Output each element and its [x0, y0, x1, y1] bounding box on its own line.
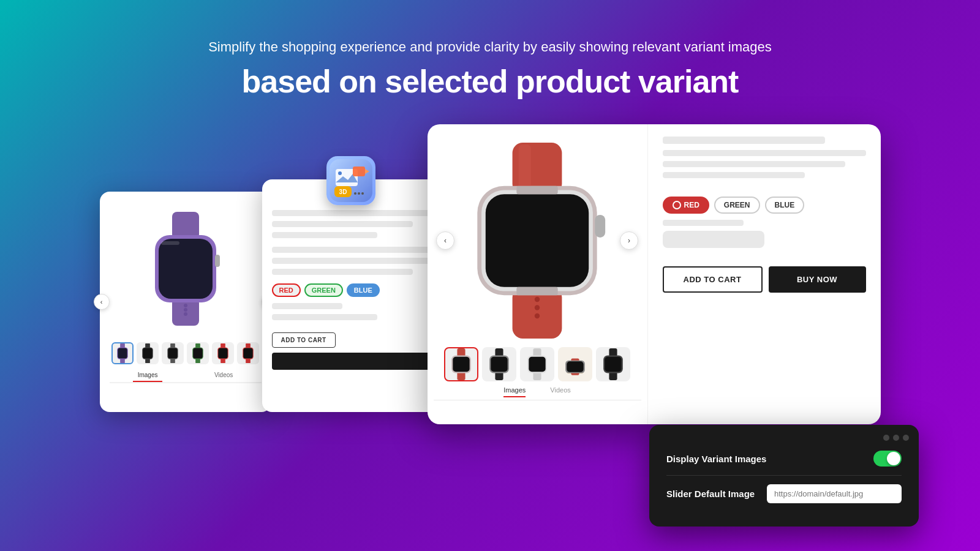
svg-point-52	[535, 305, 540, 310]
skeleton-2	[272, 221, 413, 227]
svg-rect-32	[243, 348, 252, 358]
color-opt-blue[interactable]: BLUE	[765, 197, 805, 214]
main-skeleton-price	[663, 231, 764, 248]
svg-text:3D: 3D	[339, 189, 347, 195]
thumb-2[interactable]	[137, 342, 159, 364]
svg-rect-5	[161, 241, 179, 245]
main-nav-left[interactable]: ‹	[436, 231, 454, 250]
skeleton-4	[272, 247, 448, 253]
svg-rect-59	[453, 357, 469, 372]
add-to-cart-button[interactable]: ADD TO CART	[663, 266, 763, 293]
display-variant-label: Display Variant Images	[666, 454, 766, 464]
red-color-dot	[673, 201, 681, 209]
svg-rect-24	[193, 348, 202, 358]
svg-rect-76	[605, 357, 621, 372]
svg-rect-55	[516, 186, 557, 194]
toggle-thumb	[887, 452, 900, 465]
header-title: based on selected product variant	[208, 63, 772, 100]
svg-rect-4	[215, 255, 220, 267]
svg-rect-16	[143, 348, 152, 358]
thumb-3[interactable]	[162, 342, 184, 364]
buy-now-button[interactable]: BUY NOW	[769, 266, 866, 293]
middle-action-placeholder	[272, 353, 448, 370]
header-subtitle: Simplify the shopping experience and pro…	[208, 37, 772, 57]
main-tab-row: Images Videos	[434, 386, 641, 400]
main-skeleton-5	[663, 220, 744, 226]
svg-rect-54	[516, 287, 557, 295]
color-opt-red[interactable]: RED	[663, 197, 709, 214]
green-label: GREEN	[724, 201, 750, 209]
add-to-cart-middle-button[interactable]: ADD TO CART	[272, 332, 336, 348]
skeleton-7	[272, 303, 342, 309]
svg-rect-20	[168, 348, 177, 358]
svg-rect-48	[486, 194, 589, 287]
main-skeleton-1	[663, 137, 826, 144]
main-card-right: RED GREEN BLUE ADD TO CART BUY NOW	[648, 124, 881, 424]
main-thumb-1[interactable]	[444, 347, 478, 381]
color-opt-green[interactable]: GREEN	[714, 197, 760, 214]
product-image-left	[110, 201, 262, 336]
svg-point-6	[184, 304, 187, 307]
badge-green-middle[interactable]: GREEN	[304, 283, 343, 297]
skeleton-1	[272, 210, 448, 216]
display-variant-row: Display Variant Images	[666, 442, 902, 476]
main-thumbnail-row	[444, 347, 630, 381]
badge-red-middle[interactable]: RED	[272, 283, 301, 297]
tab-images-left[interactable]: Images	[133, 369, 163, 382]
svg-rect-37	[353, 167, 365, 176]
main-nav-right[interactable]: ›	[620, 231, 638, 250]
cards-row: ‹ ›	[0, 124, 980, 437]
blue-label: BLUE	[775, 201, 795, 209]
main-skeleton-3	[663, 161, 846, 167]
thumb-4[interactable]	[187, 342, 209, 364]
svg-rect-63	[491, 357, 507, 372]
svg-rect-72	[567, 361, 583, 372]
main-skeleton-4	[663, 172, 805, 178]
main-thumb-5[interactable]	[596, 347, 630, 381]
slider-default-label: Slider Default Image	[666, 489, 755, 499]
left-product-card: ‹ ›	[100, 192, 271, 412]
middle-card-wrapper: 3D RED GREEN BLUE	[262, 179, 440, 412]
svg-rect-49	[595, 215, 605, 238]
left-nav-arrow[interactable]: ‹	[94, 294, 110, 310]
action-buttons: ADD TO CART BUY NOW	[663, 266, 866, 293]
svg-point-53	[535, 313, 540, 318]
dot-1	[883, 435, 889, 441]
slider-default-input[interactable]	[767, 484, 902, 503]
dot-3	[903, 435, 909, 441]
svg-rect-50	[519, 144, 531, 192]
slider-default-row: Slider Default Image	[666, 476, 902, 512]
display-variant-toggle[interactable]	[873, 451, 902, 467]
header-section: Simplify the shopping experience and pro…	[208, 0, 772, 100]
main-tab-videos[interactable]: Videos	[550, 386, 570, 397]
panel-dots	[883, 435, 909, 441]
svg-rect-67	[529, 357, 545, 372]
skeleton-5	[272, 258, 448, 264]
thumb-5[interactable]	[212, 342, 234, 364]
app-icon-svg: 3D	[330, 159, 372, 202]
svg-point-7	[184, 308, 187, 312]
app-icon: 3D	[326, 156, 375, 205]
main-thumb-2[interactable]	[482, 347, 516, 381]
thumb-1[interactable]	[111, 342, 134, 364]
svg-point-8	[184, 312, 187, 316]
svg-point-42	[358, 192, 360, 195]
svg-point-41	[354, 192, 356, 195]
main-tab-images[interactable]: Images	[503, 386, 526, 397]
thumbnail-row-left	[110, 342, 262, 364]
tab-videos-left[interactable]: Videos	[209, 369, 238, 382]
main-product-card: ‹ ›	[428, 124, 881, 424]
watch-purple-svg	[137, 211, 235, 327]
svg-point-35	[338, 171, 342, 175]
badge-blue-middle[interactable]: BLUE	[347, 283, 380, 297]
main-thumb-4[interactable]	[558, 347, 592, 381]
color-options: RED GREEN BLUE	[663, 197, 866, 214]
svg-point-51	[535, 297, 540, 302]
main-thumb-3[interactable]	[520, 347, 554, 381]
thumb-6[interactable]	[237, 342, 259, 364]
svg-point-43	[361, 192, 364, 195]
skeleton-8	[272, 314, 378, 320]
page-wrapper: Simplify the shopping experience and pro…	[0, 0, 980, 551]
main-product-image: ‹ ›	[439, 137, 635, 345]
tab-row-left: Images Videos	[110, 369, 262, 383]
